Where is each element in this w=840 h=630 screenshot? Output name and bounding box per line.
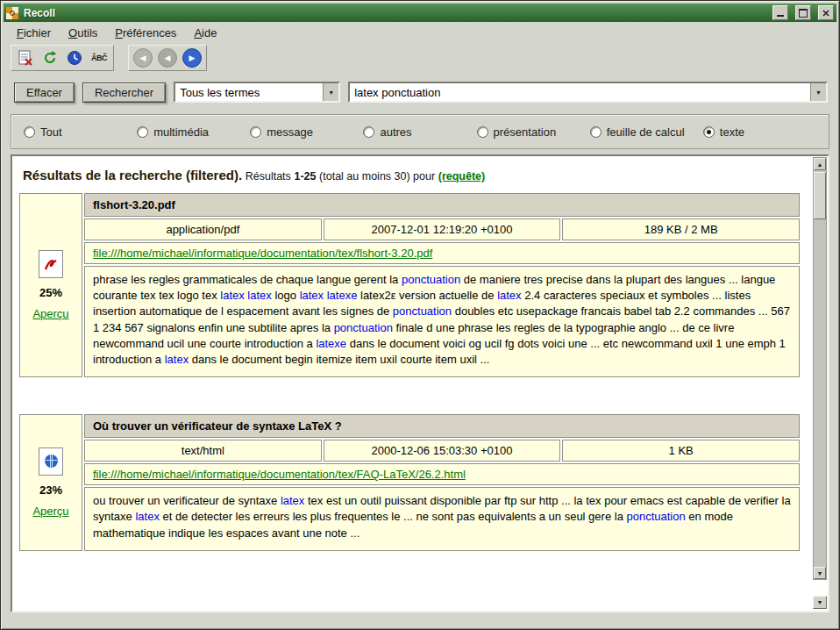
radio-label: présentation xyxy=(494,125,557,139)
radio-icon xyxy=(137,126,148,138)
term-explorer-button[interactable]: ÂBĈ xyxy=(88,47,110,68)
radio-icon xyxy=(703,126,715,138)
update-index-icon xyxy=(42,50,58,66)
result-title: flshort-3.20.pdf xyxy=(84,193,800,217)
query-input[interactable] xyxy=(350,84,810,101)
result-size: 1 KB xyxy=(562,440,800,462)
radio-label: message xyxy=(267,125,313,139)
toolbar-main-group: ÂBĈ xyxy=(11,45,114,71)
search-button[interactable]: Rechercher xyxy=(82,82,166,103)
result-title: Où trouver un vérificateur de syntaxe La… xyxy=(84,414,800,438)
radio-icon xyxy=(590,126,602,138)
scroll-corner-down-button[interactable]: ▼ xyxy=(813,596,827,609)
minimize-icon xyxy=(777,15,784,17)
sort-by-dates-icon xyxy=(67,50,82,66)
result-item: 23% Aperçu Où trouver un vérificateur de… xyxy=(19,414,800,551)
filter-radio-feuille-de-calcul[interactable]: feuille de calcul xyxy=(590,125,703,139)
menu-outils[interactable]: Outils xyxy=(61,24,105,42)
result-mime: text/html xyxy=(84,440,322,462)
query-input-wrap: ▼ xyxy=(348,82,828,103)
radio-icon xyxy=(250,126,261,138)
update-index-button[interactable] xyxy=(39,47,61,68)
menubar: Fichier Outils Préférences Aide xyxy=(4,22,836,43)
previous-page-button[interactable]: ◀ xyxy=(156,47,179,68)
scroll-up-button[interactable]: ▲ xyxy=(814,158,826,170)
radio-label: Tout xyxy=(40,125,62,139)
maximize-icon xyxy=(799,9,808,18)
toolbar: ÂBĈ ◀ ◀ ▶ xyxy=(4,43,836,73)
results-header-title: Résultats de la recherche (filtered). xyxy=(23,168,242,183)
result-size: 189 KB / 2 MB xyxy=(562,218,800,240)
result-date: 2000-12-06 15:03:30 +0100 xyxy=(324,440,561,462)
radio-label: autres xyxy=(380,125,411,139)
results-summary-range: 1-25 xyxy=(294,170,316,183)
recoll-logo-icon xyxy=(6,7,18,19)
result-snippet: ou trouver un verificateur de syntaxe la… xyxy=(84,487,800,551)
html-icon[interactable] xyxy=(39,447,63,476)
result-meta-row: application/pdf 2007-12-01 12:19:20 +010… xyxy=(84,218,800,240)
first-page-icon: ◀ xyxy=(133,48,153,68)
search-row: Effacer Rechercher Tous les termes ▼ ▼ xyxy=(4,73,836,111)
filter-radio-multimedia[interactable]: multimédia xyxy=(137,125,250,139)
filter-row: Tout multimédia message autres présentat… xyxy=(11,114,829,149)
minimize-button[interactable] xyxy=(772,5,788,20)
close-icon xyxy=(822,10,829,17)
history-chevron-down-icon[interactable]: ▼ xyxy=(810,83,826,101)
window-title: Recoll xyxy=(24,7,765,19)
filter-radio-message[interactable]: message xyxy=(250,125,363,139)
pdf-icon[interactable] xyxy=(39,250,63,278)
scroll-down-button[interactable]: ▼ xyxy=(814,567,826,579)
filter-radio-texte[interactable]: texte xyxy=(703,125,816,139)
preview-link[interactable]: Aperçu xyxy=(32,307,68,320)
sort-by-dates-button[interactable] xyxy=(63,47,86,68)
radio-icon xyxy=(24,126,35,138)
close-button[interactable] xyxy=(818,5,834,20)
menu-preferences[interactable]: Préférences xyxy=(107,24,184,42)
clear-search-button[interactable] xyxy=(14,47,37,68)
menu-fichier[interactable]: Fichier xyxy=(9,24,59,42)
result-left-panel: 23% Aperçu xyxy=(19,414,82,551)
result-snippet: phrase les regles grammaticales de chaqu… xyxy=(84,266,800,377)
radio-icon xyxy=(363,126,374,138)
radio-label: feuille de calcul xyxy=(607,125,685,139)
radio-label: texte xyxy=(720,125,744,139)
clear-search-icon xyxy=(18,50,33,66)
term-explorer-icon: ÂBĈ xyxy=(91,54,107,62)
result-url-link[interactable]: file:///home/michael/informatique/docume… xyxy=(93,247,432,260)
previous-page-icon: ◀ xyxy=(158,48,177,68)
result-left-panel: 25% Aperçu xyxy=(19,193,82,377)
recoll-window: Recoll Fichier Outils Préférences Aide xyxy=(0,0,840,630)
menu-aide[interactable]: Aide xyxy=(186,24,224,42)
filter-radio-presentation[interactable]: présentation xyxy=(477,125,590,139)
results-pane[interactable]: Résultats de la recherche (filtered). Ré… xyxy=(11,154,829,612)
filter-radio-autres[interactable]: autres xyxy=(363,125,476,139)
result-meta-row: text/html 2000-12-06 15:03:30 +0100 1 KB xyxy=(84,440,800,462)
chevron-down-icon[interactable]: ▼ xyxy=(323,83,338,101)
results-header: Résultats de la recherche (filtered). Ré… xyxy=(23,168,796,183)
search-mode-select[interactable]: Tous les termes ▼ xyxy=(174,82,340,103)
next-page-button[interactable]: ▶ xyxy=(181,47,203,68)
results-scrollbar[interactable]: ▲ ▼ xyxy=(813,157,827,580)
result-url-row: file:///home/michael/informatique/docume… xyxy=(84,242,800,264)
globe-icon xyxy=(45,455,58,468)
results-summary-prefix: Résultats xyxy=(246,170,291,183)
titlebar[interactable]: Recoll xyxy=(4,4,836,22)
result-url-row: file:///home/michael/informatique/docume… xyxy=(84,463,800,485)
relevance-percent: 23% xyxy=(39,483,62,497)
radio-icon xyxy=(477,126,488,138)
result-item: 25% Aperçu flshort-3.20.pdf application/… xyxy=(19,193,800,377)
query-link[interactable]: (requête) xyxy=(438,170,485,183)
result-detail: Où trouver un vérificateur de syntaxe La… xyxy=(84,414,800,551)
first-page-button[interactable]: ◀ xyxy=(132,47,154,68)
preview-link[interactable]: Aperçu xyxy=(32,505,68,518)
result-mime: application/pdf xyxy=(84,218,322,240)
filter-radio-tout[interactable]: Tout xyxy=(24,125,137,139)
next-page-icon: ▶ xyxy=(182,48,202,68)
scroll-thumb[interactable] xyxy=(814,172,826,219)
results-summary-middle: (total au moins 30) pour xyxy=(319,170,435,183)
maximize-button[interactable] xyxy=(795,5,811,20)
result-url-link[interactable]: file:///home/michael/informatique/docume… xyxy=(93,468,466,481)
result-date: 2007-12-01 12:19:20 +0100 xyxy=(324,218,561,240)
result-detail: flshort-3.20.pdf application/pdf 2007-12… xyxy=(84,193,800,377)
clear-button[interactable]: Effacer xyxy=(14,82,75,103)
